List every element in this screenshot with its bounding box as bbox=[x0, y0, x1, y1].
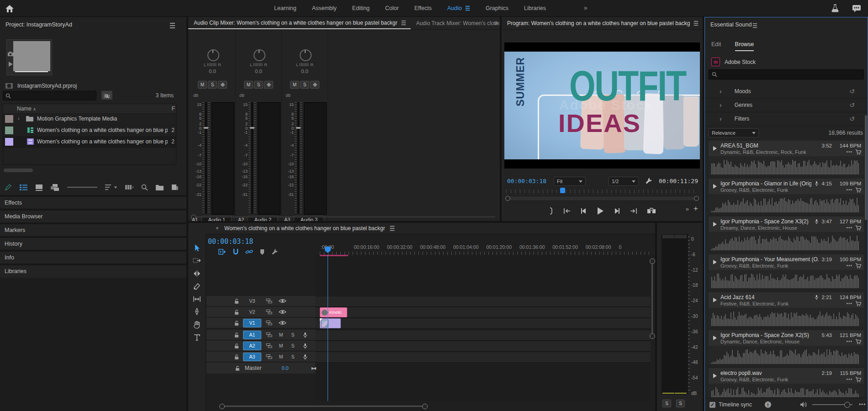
workspace-tab-learning[interactable]: Learning bbox=[274, 5, 296, 11]
expand-chevron-icon[interactable]: › bbox=[18, 116, 20, 121]
solo-button[interactable]: S bbox=[300, 81, 309, 89]
track-solo-button[interactable]: S bbox=[290, 332, 296, 338]
find-icon[interactable] bbox=[141, 184, 148, 191]
play-preview-icon[interactable] bbox=[713, 374, 717, 378]
linked-selection-icon[interactable] bbox=[245, 248, 253, 255]
voiceover-mic-icon[interactable] bbox=[302, 343, 308, 349]
workspace-tab-color[interactable]: Color bbox=[385, 5, 399, 11]
master-volume-value[interactable]: 0.0 bbox=[281, 365, 288, 371]
essential-sound-menu-icon[interactable] bbox=[753, 23, 757, 28]
home-button[interactable] bbox=[5, 4, 15, 14]
workspace-tab-audio[interactable]: Audio bbox=[447, 5, 470, 11]
bind-icon[interactable]: ▶◀ bbox=[312, 366, 315, 370]
freeform-view-icon[interactable] bbox=[51, 184, 59, 191]
keyframe-toggle-button[interactable] bbox=[310, 81, 319, 89]
reset-icon[interactable]: ↺ bbox=[849, 115, 855, 122]
add-to-cart-icon[interactable] bbox=[855, 301, 861, 306]
volume-fader-track[interactable] bbox=[251, 102, 253, 214]
track-solo-button[interactable]: S bbox=[290, 342, 296, 349]
stock-track-item[interactable]: Igor Pumphonia - Space Zone X3(2) 3:47 1… bbox=[709, 216, 864, 251]
program-scrub-ticks[interactable] bbox=[506, 190, 698, 193]
track-waveform[interactable] bbox=[709, 194, 864, 213]
track-mute-button[interactable]: M bbox=[278, 342, 284, 349]
zoom-handle-top[interactable] bbox=[650, 258, 655, 264]
track-target-V3[interactable]: V3 bbox=[243, 297, 261, 306]
tab-browse[interactable]: Browse bbox=[735, 41, 754, 51]
stock-track-item[interactable]: Igor Pumphonia - Your Measurement (O... … bbox=[709, 254, 864, 289]
name-column-header[interactable]: Name ∧ bbox=[17, 105, 36, 112]
track-more-options-icon[interactable]: ••• bbox=[846, 263, 852, 268]
play-preview-icon[interactable] bbox=[713, 184, 717, 189]
program-zoom-scrollbar[interactable] bbox=[505, 196, 699, 201]
go-to-out-icon[interactable] bbox=[630, 208, 637, 214]
pan-knob[interactable] bbox=[300, 49, 312, 61]
volume-fader-track[interactable] bbox=[205, 102, 207, 214]
track-mute-button[interactable]: M bbox=[278, 332, 284, 338]
volume-knob[interactable] bbox=[844, 402, 850, 408]
track-more-options-icon[interactable]: ••• bbox=[846, 225, 852, 230]
lock-icon[interactable] bbox=[234, 343, 239, 349]
mark-out-icon[interactable] bbox=[549, 207, 553, 215]
pan-knob[interactable] bbox=[254, 49, 265, 61]
track-waveform[interactable] bbox=[709, 384, 864, 397]
track-target-V2[interactable]: V2 bbox=[243, 308, 261, 316]
keyframe-toggle-button[interactable] bbox=[218, 81, 227, 89]
volume-fader-handle[interactable] bbox=[204, 127, 208, 129]
track-target-A2[interactable]: A2 bbox=[243, 342, 261, 350]
track-more-options-icon[interactable]: ••• bbox=[846, 377, 852, 382]
volume-fader-track[interactable] bbox=[297, 102, 299, 214]
slip-tool[interactable] bbox=[193, 295, 201, 303]
tab-audio-track-mixer[interactable]: Audio Track Mixer: Women's clothin bbox=[411, 20, 499, 26]
zoom-level-select[interactable]: Fit bbox=[554, 177, 586, 186]
lock-icon[interactable] bbox=[234, 354, 239, 360]
razor-tool[interactable] bbox=[193, 282, 201, 290]
add-to-cart-icon[interactable] bbox=[855, 187, 861, 193]
play-button-icon[interactable] bbox=[597, 207, 603, 215]
volume-fader-handle[interactable] bbox=[250, 127, 254, 129]
go-to-in-icon[interactable] bbox=[563, 208, 571, 214]
lock-icon[interactable] bbox=[234, 320, 239, 326]
sync-lock-icon[interactable] bbox=[266, 332, 272, 337]
workspace-tab-libraries[interactable]: Libraries bbox=[524, 5, 546, 11]
timeline-clip-kinetic[interactable]: Kinetic bbox=[320, 307, 347, 317]
reset-icon[interactable]: ↺ bbox=[849, 88, 855, 95]
track-lane-a1[interactable] bbox=[315, 330, 651, 341]
workspace-menu-icon[interactable] bbox=[466, 6, 470, 11]
tab-audio-clip-mixer[interactable]: Audio Clip Mixer: Women's clothing on a … bbox=[188, 17, 411, 29]
track-lane-v1[interactable] bbox=[315, 318, 651, 329]
timeline-horizontal-scrollbar[interactable] bbox=[219, 404, 428, 408]
volume-fader-handle[interactable] bbox=[296, 127, 301, 129]
feedback-chat-icon[interactable] bbox=[852, 4, 862, 13]
essential-sound-title[interactable]: Essential Sound bbox=[710, 21, 752, 28]
track-target-A1[interactable]: A1 bbox=[243, 331, 261, 339]
scroll-handle-right[interactable] bbox=[694, 196, 699, 201]
play-preview-icon[interactable] bbox=[713, 146, 717, 151]
settings-wrench-icon[interactable] bbox=[645, 177, 652, 184]
sort-order-select[interactable]: Relevance bbox=[709, 128, 759, 137]
sync-lock-icon[interactable] bbox=[266, 343, 272, 348]
add-to-cart-icon[interactable] bbox=[855, 339, 861, 344]
more-options-icon[interactable]: ••• bbox=[859, 401, 866, 408]
icon-view-icon[interactable] bbox=[35, 184, 43, 191]
scroll-handle[interactable] bbox=[191, 215, 196, 220]
add-button[interactable]: + bbox=[693, 204, 698, 213]
track-waveform[interactable] bbox=[709, 232, 864, 251]
add-to-cart-icon[interactable] bbox=[855, 377, 861, 382]
sort-icons-button[interactable] bbox=[105, 184, 117, 190]
create-search-bin-button[interactable] bbox=[101, 91, 112, 100]
essential-sound-scrollbar[interactable] bbox=[865, 115, 867, 220]
sync-lock-icon[interactable] bbox=[266, 309, 272, 315]
lock-icon[interactable] bbox=[234, 332, 239, 338]
timeline-ruler[interactable]: :00:0000:00:16:0000:00:32:0000:00:48:000… bbox=[315, 243, 651, 255]
solo-button[interactable]: S bbox=[254, 81, 263, 89]
voiceover-mic-icon[interactable] bbox=[302, 332, 308, 338]
mixer-horizontal-scrollbar[interactable] bbox=[191, 215, 495, 219]
project-horizontal-scrollbar[interactable] bbox=[4, 169, 33, 172]
step-back-icon[interactable] bbox=[581, 208, 587, 214]
track-lane-v2[interactable] bbox=[315, 307, 651, 318]
toggle-track-output-eye-icon[interactable] bbox=[279, 309, 286, 315]
play-preview-icon[interactable] bbox=[713, 260, 717, 264]
add-to-cart-icon[interactable] bbox=[855, 263, 861, 269]
track-target-A3[interactable]: A3 bbox=[243, 353, 261, 361]
play-preview-icon[interactable] bbox=[713, 336, 717, 340]
